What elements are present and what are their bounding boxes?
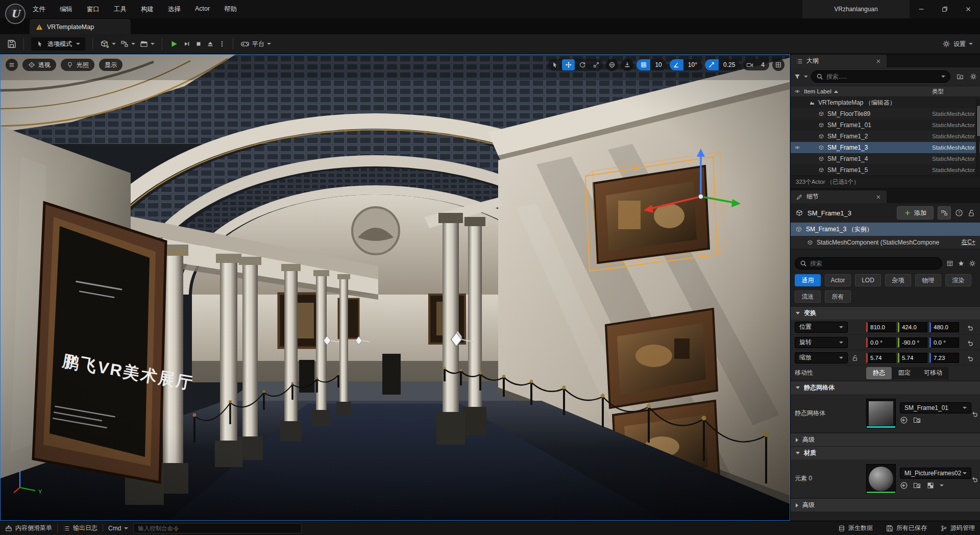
component-root-row[interactable]: SM_Frame1_3 （实例） [791,223,980,236]
platforms-dropdown[interactable]: 平台 [240,39,271,48]
level-tab[interactable]: VRTemplateMap [30,19,131,34]
chevron-down-icon[interactable] [941,76,945,78]
outliner-row[interactable]: SM_Frame1_01 StaticMeshActor [791,119,980,131]
scale-snap-control[interactable]: 0.25 [705,59,740,70]
save-button[interactable] [7,39,16,48]
menu-edit[interactable]: 编辑 [60,5,72,14]
details-search-input[interactable] [810,260,937,267]
outliner-search[interactable] [811,70,950,83]
mobility-static[interactable]: 静态 [866,367,892,379]
convert-to-blueprint-button[interactable] [938,206,951,220]
settings-dropdown[interactable]: 设置 [942,40,973,48]
scrollbar-thumb[interactable] [976,105,980,137]
section-materials[interactable]: 材质 [791,446,980,459]
menu-select[interactable]: 选择 [168,5,181,14]
grid-snap-control[interactable]: 10 [636,59,666,70]
tab-physics[interactable]: 物理 [915,274,941,286]
location-x-field[interactable]: 810.0 [866,322,896,332]
chevron-down-icon[interactable] [940,484,944,487]
outliner-row-selected[interactable]: SM_Frame1_3 StaticMeshActor [791,142,980,153]
reset-rotation-button[interactable] [965,339,976,346]
eye-icon[interactable] [794,144,800,151]
console-command-input[interactable] [133,523,302,533]
cinematics-button[interactable] [140,40,155,48]
outliner-row[interactable]: SM_Frame1_2 StaticMeshActor [791,131,980,142]
static-mesh-thumbnail[interactable] [866,399,896,428]
rotate-tool[interactable] [576,59,589,70]
play-options-kebab[interactable] [218,40,226,47]
rotation-x-field[interactable]: 0.0 ° [866,337,896,348]
menu-file[interactable]: 文件 [33,5,45,14]
browse-to-asset-icon[interactable] [913,481,921,490]
close-icon[interactable] [875,58,881,64]
menu-help[interactable]: 帮助 [224,5,237,14]
reset-material-button[interactable] [971,475,978,482]
outliner-row[interactable]: SM_Frame1_5 StaticMeshActor [791,164,980,176]
item-label-column-header[interactable]: Item Label [804,88,932,94]
stop-button[interactable] [195,40,202,47]
rotation-y-field[interactable]: -90.0 ° [898,337,927,348]
rotation-snap-value[interactable]: 10° [683,59,702,70]
section-transform[interactable]: 变换 [791,306,980,320]
maximize-viewport-button[interactable] [772,59,785,71]
scale-tool[interactable] [590,59,602,70]
mobility-movable[interactable]: 可移动 [917,367,949,379]
lock-icon[interactable] [967,209,975,217]
save-status-button[interactable]: 所有已保存 [886,524,927,532]
use-selected-icon[interactable] [900,416,908,424]
menu-window[interactable]: 窗口 [87,5,100,14]
rotation-snap-control[interactable]: 10° [670,59,702,70]
rotation-snap-icon[interactable] [670,59,683,70]
outliner-tab[interactable]: 大纲 [791,55,887,67]
show-flags-dropdown[interactable]: 显示 [99,59,122,71]
close-icon[interactable] [875,194,881,200]
level-viewport[interactable]: 鹏飞VR美术展厅 [0,54,790,521]
play-button[interactable] [169,39,179,48]
edit-in-cpp-link[interactable]: 在C+ [961,238,975,247]
outliner-row[interactable]: SM_FloorTile89 StaticMeshActor [791,108,980,119]
close-button[interactable] [957,0,980,18]
viewport-scene[interactable]: 鹏飞VR美术展厅 [1,55,790,520]
unreal-logo[interactable]: U [5,4,26,24]
view-mode-dropdown[interactable]: 光照 [61,59,94,71]
source-control-button[interactable]: 源码管理 [940,524,975,532]
menu-actor[interactable]: Actor [195,5,210,14]
viewport-options-button[interactable] [6,59,18,71]
texture-options-icon[interactable] [926,481,935,490]
scale-y-field[interactable]: 5.74 [898,353,927,363]
use-selected-icon[interactable] [900,481,908,490]
section-advanced-2[interactable]: 高级 [791,498,980,512]
world-local-toggle[interactable] [606,59,618,71]
tab-general[interactable]: 通用 [795,274,821,286]
details-settings-icon[interactable] [969,260,976,267]
section-static-mesh[interactable]: 静态网格体 [791,381,980,394]
reset-scale-button[interactable] [965,354,976,361]
outliner-row-world[interactable]: VRTemplateMap （编辑器） [791,97,980,108]
camera-speed-control[interactable]: 4 [743,59,769,70]
minimize-button[interactable] [910,0,933,18]
camera-speed-icon[interactable] [743,59,756,70]
section-advanced[interactable]: 高级 [791,433,980,446]
skip-frame-button[interactable] [183,40,190,47]
perspective-dropdown[interactable]: 透视 [22,59,56,71]
surface-snap-button[interactable] [621,59,633,71]
type-column-header[interactable]: 类型 [932,88,980,95]
cmd-dropdown[interactable]: Cmd [108,525,128,532]
scale-snap-value[interactable]: 0.25 [719,59,740,70]
outliner-search-input[interactable] [826,73,938,80]
move-tool[interactable] [562,59,575,70]
tab-actor[interactable]: Actor [825,274,851,286]
location-dropdown[interactable]: 位置 [795,322,848,333]
eject-button[interactable] [207,40,214,47]
scale-snap-icon[interactable] [705,59,719,70]
tab-lod[interactable]: LOD [855,274,881,286]
blueprints-button[interactable] [120,40,135,48]
help-icon[interactable] [955,209,963,217]
display-options-icon[interactable] [946,260,953,267]
scale-lock-icon[interactable] [851,354,859,361]
details-search[interactable] [795,257,942,270]
output-log-button[interactable]: 输出日志 [63,524,97,532]
camera-speed-value[interactable]: 4 [756,59,769,70]
grid-snap-icon[interactable] [636,59,650,70]
tab-all[interactable]: 所有 [825,290,851,303]
